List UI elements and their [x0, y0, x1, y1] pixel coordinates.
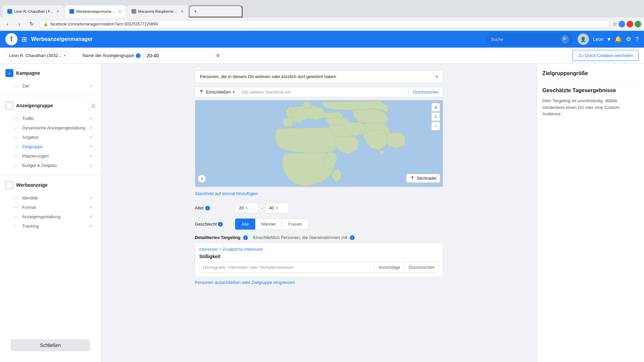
map-zoom-in-button[interactable]: + — [431, 112, 440, 121]
info-icon[interactable]: i — [218, 222, 223, 227]
sidebar-item-traffic[interactable]: — Traffic ✓ — [5, 114, 96, 123]
content-area: Personen, die in diesem Ort wohnen oder … — [101, 64, 537, 362]
sidebar-item-dynamische[interactable]: — Dynamische Anzeigengestaltung ✓ — [5, 123, 96, 132]
suggestions-button[interactable]: Vorschläge — [374, 262, 404, 273]
location-input[interactable] — [238, 87, 409, 97]
close-button[interactable]: Schließen — [11, 339, 90, 351]
info-icon[interactable]: i — [205, 206, 210, 210]
notification-icon[interactable]: 🔔 — [614, 36, 622, 43]
info-icon[interactable]: i — [136, 53, 141, 58]
search-input[interactable] — [491, 37, 558, 42]
facebook-logo: f — [5, 33, 17, 45]
sidebar-item-angebot[interactable]: — Angebot ✓ — [5, 132, 96, 142]
back-button[interactable]: ‹ — [3, 19, 12, 29]
targeting-input[interactable] — [200, 262, 374, 273]
grid-icon[interactable]: ⊞ — [21, 35, 27, 43]
sidebar-item-label: Anzeigengestaltung — [22, 214, 60, 219]
gender-men-button[interactable]: Männer — [255, 219, 282, 230]
tab-close-3[interactable]: ✕ — [180, 9, 183, 14]
warning-icon: ⚠ — [91, 103, 96, 109]
sidebar: ✓ Kampagne — Ziel ✓ Anzeigengruppe ⚠ — T… — [0, 64, 101, 362]
map-pin-button[interactable]: 📍 Stecknadel — [406, 174, 440, 183]
check-icon: ✓ — [90, 154, 93, 158]
sidebar-item-format[interactable]: — Format ✓ — [5, 202, 96, 212]
tab-ads-manager[interactable]: Werbeanzeigenmanager – Cr... ✕ — [65, 5, 126, 17]
switch-to-quick-creation-button[interactable]: Zu Quick Creation wechseln — [573, 50, 639, 61]
chevron-down-icon: ▾ — [276, 206, 278, 210]
pin-icon: 📍 — [410, 176, 415, 181]
dash-icon: — — [13, 153, 18, 159]
map-collapse-button[interactable]: ∧ — [431, 103, 440, 112]
map-zoom-out-button[interactable]: − — [431, 122, 440, 130]
check-icon: ✓ — [90, 144, 93, 149]
sidebar-item-ziel[interactable]: — Ziel ✓ — [5, 81, 96, 90]
account-bar: Leon R. Chaudhari (3032... ▾ Name der An… — [0, 48, 644, 64]
targeting-interest: Süßigkeit — [199, 254, 439, 259]
kampagne-header: ✓ Kampagne — [5, 69, 96, 77]
ad-group-section: Name der Anzeigengruppe i ⚙ — [76, 51, 566, 61]
add-locations-link[interactable]: Standorte auf einmal hinzufügen — [195, 191, 443, 196]
age-controls: 20 ▾ - 40 ▾ — [235, 203, 289, 213]
ad-group-input[interactable] — [143, 51, 210, 61]
pin-icon: 📍 — [199, 89, 204, 95]
anzeigengruppe-icon — [5, 102, 13, 110]
chevron-down-icon[interactable]: ▾ — [607, 36, 610, 43]
forward-button[interactable]: › — [15, 19, 24, 29]
tab-macarons[interactable]: Macarons Raspberries Pastri... ✕ — [127, 5, 188, 17]
address-bar[interactable]: 🔒 facebook.com/adsmanager/creation?act=3… — [39, 20, 610, 28]
gender-row: Geschlecht i Alle Männer Frauen — [195, 219, 443, 230]
browser-chrome: Leon R. Chaudhari | Facebook ✕ Werbeanze… — [0, 0, 644, 17]
gear-button[interactable]: ⚙ — [213, 51, 223, 60]
anzeigengruppe-header: Anzeigengruppe ⚠ — [5, 102, 96, 110]
settings-icon[interactable]: ⚙ — [626, 36, 631, 43]
map-container: ∧ + − 📍 Stecknadel ℹ — [195, 100, 443, 187]
age-label: Alter i — [195, 205, 235, 210]
reload-button[interactable]: ↻ — [27, 19, 36, 29]
map-info-button[interactable]: ℹ — [198, 175, 206, 183]
account-selector[interactable]: Leon R. Chaudhari (3032... ▾ — [5, 51, 69, 60]
age-min-select[interactable]: 20 ▾ — [235, 203, 259, 213]
browse-targeting-button[interactable]: Durchsuchen — [404, 262, 438, 273]
info-icon-2[interactable]: i — [350, 235, 355, 240]
age-max-select[interactable]: 40 ▾ — [265, 203, 289, 213]
search-button[interactable]: 🔍 — [561, 35, 569, 44]
include-select[interactable]: 📍 Einschließen ▾ — [195, 87, 238, 97]
info-icon[interactable]: i — [243, 235, 248, 240]
exclude-text: Personen ausschließen — [195, 280, 240, 285]
panel-divider — [542, 82, 639, 82]
estimated-section: Geschätzte Tagesergebnisse Dein Targetin… — [542, 87, 639, 117]
gender-label: Geschlecht i — [195, 222, 235, 227]
sidebar-item-tracking[interactable]: — Tracking ✓ — [5, 221, 96, 231]
sidebar-item-zielgruppe[interactable]: — Zielgruppe ✓ — [5, 142, 96, 151]
tab-close[interactable]: ✕ — [56, 9, 59, 14]
sidebar-item-identitaet[interactable]: — Identität ✓ — [5, 193, 96, 202]
dash-icon: — — [13, 223, 18, 229]
check-icon: ✓ — [90, 224, 93, 228]
search-locations-button[interactable]: Durchsuchen — [409, 87, 443, 97]
new-tab-button[interactable]: + — [189, 5, 243, 17]
gender-women-button[interactable]: Frauen — [282, 219, 309, 230]
location-dropdown[interactable]: Personen, die in diesem Ort wohnen oder … — [195, 70, 443, 83]
sidebar-item-anzeigengestaltung[interactable]: — Anzeigengestaltung ✓ — [5, 212, 96, 221]
sidebar-item-platzierungen[interactable]: — Platzierungen ✓ — [5, 151, 96, 161]
sidebar-kampagne-section: ✓ Kampagne — Ziel ✓ — [0, 64, 101, 96]
check-icon: ✓ — [90, 125, 93, 130]
gender-all-button[interactable]: Alle — [235, 219, 255, 230]
tab-facebook[interactable]: Leon R. Chaudhari | Facebook ✕ — [3, 5, 64, 17]
dash-icon: — — [13, 116, 18, 121]
dash-icon: — — [13, 134, 18, 140]
gender-group: Alle Männer Frauen — [235, 219, 309, 230]
exclude-link[interactable]: Personen ausschließen — [195, 280, 241, 285]
narrow-link[interactable]: oder Zielgruppe eingrenzen — [241, 280, 295, 285]
estimated-title: Geschätzte Tagesergebnisse — [542, 87, 639, 94]
estimated-text: Dein Targeting ist unvollständig. Wähle … — [542, 98, 639, 117]
bookmark-icon[interactable]: ☆ — [612, 21, 617, 27]
help-icon[interactable]: ? — [635, 36, 639, 43]
tab-close-active[interactable]: ✕ — [118, 9, 121, 14]
chevron-down-icon: ▾ — [246, 206, 247, 210]
sidebar-item-budget[interactable]: — Budget & Zeitplan ✓ — [5, 161, 96, 170]
browser-nav: ‹ › ↻ 🔒 facebook.com/adsmanager/creation… — [0, 17, 644, 31]
werbeanzeige-label: Werbeanzeige — [16, 182, 48, 188]
content-inner: Personen, die in diesem Ort wohnen oder … — [188, 64, 450, 297]
targeting-label: Detailliertes Targeting — [195, 235, 240, 240]
